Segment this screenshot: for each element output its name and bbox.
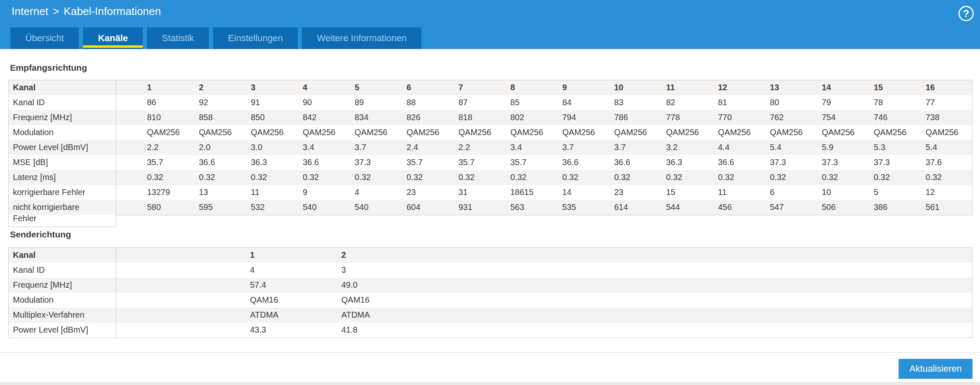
table-cell: 5.4 <box>926 140 973 155</box>
table-cell: 3.7 <box>562 140 614 155</box>
table-cell: 0.32 <box>926 170 973 185</box>
table-cell: 858 <box>199 110 251 125</box>
row-label-column: KanalKanal IDFrequenz [MHz]ModulationMul… <box>8 247 116 338</box>
table-cell: 770 <box>718 110 770 125</box>
table-cell: 5.4 <box>770 140 822 155</box>
table-row: QAM256QAM256QAM256QAM256QAM256QAM256QAM2… <box>116 125 972 140</box>
tab-bar: ÜbersichtKanäleStatistikEinstellungenWei… <box>10 27 421 49</box>
table-cell: 23 <box>614 185 666 200</box>
tab-uebersicht[interactable]: Übersicht <box>10 27 79 49</box>
table-cell: 544 <box>666 200 718 215</box>
table-cell: 604 <box>407 200 458 215</box>
table-cell: QAM256 <box>770 125 822 140</box>
table-row: 12 <box>116 248 972 263</box>
table-cell: 3.0 <box>251 140 303 155</box>
row-label: Kanal <box>9 248 116 263</box>
table-cell: 82 <box>666 95 718 110</box>
table-cell: 43.3 <box>250 323 341 338</box>
table-row: 35.736.636.336.637.335.735.735.736.636.6… <box>116 155 972 170</box>
table-cell: 36.6 <box>718 155 770 170</box>
table-cell: 810 <box>147 110 199 125</box>
table-cell: 786 <box>614 110 666 125</box>
table-cell: 802 <box>510 110 562 125</box>
table-cell: 88 <box>407 95 458 110</box>
table-row: 43 <box>116 263 972 278</box>
table-cell: 842 <box>303 110 355 125</box>
table-cell: 13 <box>770 80 822 95</box>
help-icon[interactable]: ? <box>958 6 974 21</box>
row-label: Power Level [dBmV] <box>9 140 116 155</box>
table-cell: 2.2 <box>147 140 199 155</box>
table-cell: 0.32 <box>303 170 355 185</box>
upstream-channel-table: KanalKanal IDFrequenz [MHz]ModulationMul… <box>8 247 973 338</box>
table-cell: 580 <box>147 200 199 215</box>
table-cell: 4 <box>355 185 407 200</box>
table-cell: 36.6 <box>199 155 251 170</box>
table-cell: 81 <box>718 95 770 110</box>
table-cell: QAM256 <box>510 125 562 140</box>
row-label: Latenz [ms] <box>9 170 116 185</box>
table-row: 12345678910111213141516 <box>116 80 972 95</box>
table-row: 57.449.0 <box>116 278 972 293</box>
table-cell: 850 <box>251 110 303 125</box>
table-cell: 2 <box>341 248 433 263</box>
table-cell: 87 <box>458 95 510 110</box>
breadcrumb-section: Internet <box>12 5 48 17</box>
row-label: korrigierbare Fehler <box>9 185 116 200</box>
table-cell: 36.3 <box>251 155 303 170</box>
table-cell: 931 <box>458 200 510 215</box>
table-cell: 614 <box>614 200 666 215</box>
table-cell: 547 <box>770 200 822 215</box>
table-cell: 41.8 <box>341 323 433 338</box>
table-row: ATDMAATDMA <box>116 308 972 323</box>
refresh-button[interactable]: Aktualisieren <box>899 359 973 379</box>
tab-weitere-informationen[interactable]: Weitere Informationen <box>302 27 421 49</box>
cable-information-page: Internet>Kabel-Informationen ? Übersicht… <box>0 0 980 385</box>
table-cell: 0.32 <box>822 170 874 185</box>
table-cell: 23 <box>407 185 458 200</box>
breadcrumb-page: Kabel-Informationen <box>64 5 161 17</box>
table-cell: 826 <box>407 110 458 125</box>
table-cell: 85 <box>510 95 562 110</box>
table-cell: 4.4 <box>718 140 770 155</box>
row-label: MSE [dB] <box>9 155 116 170</box>
table-cell: 4 <box>250 263 341 278</box>
table-cell: 36.3 <box>666 155 718 170</box>
table-cell: 11 <box>251 185 303 200</box>
tab-einstellungen[interactable]: Einstellungen <box>213 27 298 49</box>
table-cell: 91 <box>251 95 303 110</box>
tab-label: Einstellungen <box>228 33 283 43</box>
table-cell: 0.32 <box>718 170 770 185</box>
table-cell: 386 <box>874 200 926 215</box>
table-cell: ATDMA <box>341 308 433 323</box>
table-cell: 77 <box>926 95 973 110</box>
table-row: 2.22.03.03.43.72.42.23.43.73.73.24.45.45… <box>116 140 972 155</box>
table-cell: 15 <box>874 80 926 95</box>
table-cell: 532 <box>251 200 303 215</box>
table-cell: 36.6 <box>303 155 355 170</box>
table-cell: 3 <box>251 80 303 95</box>
table-cell: 746 <box>874 110 926 125</box>
channel-data-columns: 124357.449.0QAM16QAM16ATDMAATDMA43.341.8 <box>116 247 973 338</box>
table-cell: QAM256 <box>199 125 251 140</box>
table-cell: 3.4 <box>303 140 355 155</box>
tab-label: Weitere Informationen <box>317 33 407 43</box>
tab-kanaele[interactable]: Kanäle <box>83 27 143 49</box>
table-cell: 9 <box>562 80 614 95</box>
table-row: 0.320.320.320.320.320.320.320.320.320.32… <box>116 170 972 185</box>
table-cell: 10 <box>822 185 874 200</box>
table-cell: 0.32 <box>199 170 251 185</box>
table-cell: 0.32 <box>147 170 199 185</box>
table-cell: 86 <box>147 95 199 110</box>
tab-statistik[interactable]: Statistik <box>147 27 209 49</box>
table-cell: 5.3 <box>874 140 926 155</box>
row-label: Modulation <box>9 293 116 308</box>
row-label: Frequenz [MHz] <box>9 110 116 125</box>
table-cell: 540 <box>355 200 407 215</box>
row-label: Kanal <box>9 80 116 95</box>
table-cell: 13 <box>199 185 251 200</box>
table-cell: 36.6 <box>614 155 666 170</box>
table-cell: 4 <box>303 80 355 95</box>
table-cell: 7 <box>458 80 510 95</box>
table-cell: 31 <box>458 185 510 200</box>
